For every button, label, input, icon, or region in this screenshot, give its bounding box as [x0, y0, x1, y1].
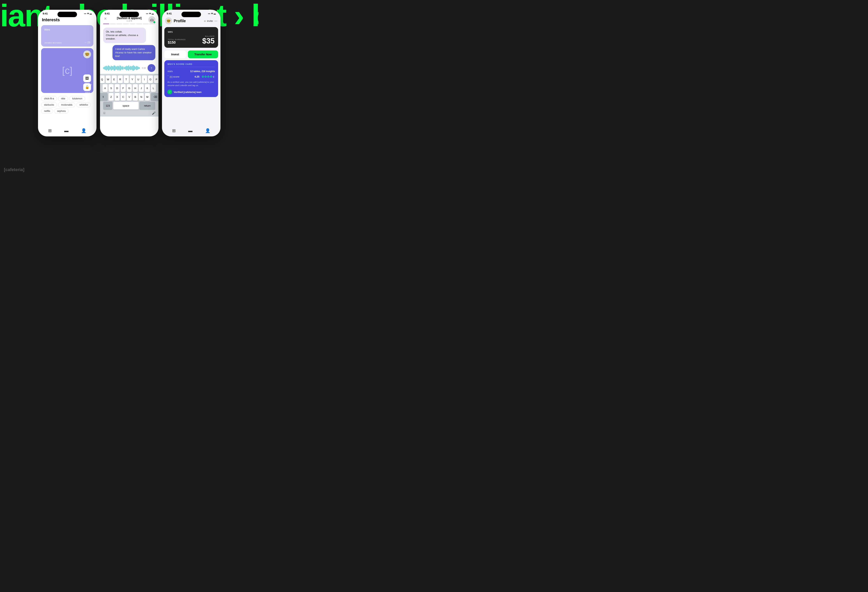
c-score-label: [c] score: [170, 75, 179, 78]
more-button[interactable]: ···: [214, 19, 217, 23]
score-card: WES'S SCORE CARD stats 12 tables, 216 in…: [164, 60, 218, 97]
status-icons-1: ▪▪▪ ≋ ▬: [84, 12, 92, 15]
progress-seg-5: [130, 24, 136, 24]
key-k[interactable]: K: [145, 84, 150, 92]
key-d[interactable]: D: [115, 84, 120, 92]
wave-24: [125, 66, 126, 70]
key-p[interactable]: P: [154, 75, 159, 83]
wifi-icon-3: ≋: [211, 12, 213, 15]
nav-icon-home-3[interactable]: ⊞: [172, 128, 176, 133]
key-delete[interactable]: ⌫: [151, 93, 158, 101]
progress-seg-1: [103, 24, 109, 24]
mic-icon[interactable]: 🎤: [152, 111, 156, 115]
signal-icon-2: ▪▪▪: [146, 12, 148, 15]
smile-icon: ☺: [204, 19, 206, 22]
wave-5: [107, 66, 108, 70]
key-u[interactable]: U: [136, 75, 141, 83]
content-card[interactable]: 🤓 [c] 🖼 screenshot 🔒 unlock: [41, 48, 93, 93]
tag-nike[interactable]: nike: [58, 96, 68, 101]
key-z[interactable]: Z: [109, 93, 114, 101]
tag-sephora[interactable]: sephora: [54, 109, 68, 113]
key-space[interactable]: space: [113, 102, 139, 109]
key-x[interactable]: X: [115, 93, 120, 101]
key-r[interactable]: R: [118, 75, 123, 83]
invite-button[interactable]: ☺ invite: [204, 19, 213, 22]
phone1-content: Interests Wes JOINED MAY2024 → 23 🤓 [c] …: [38, 16, 96, 115]
key-j[interactable]: J: [139, 84, 144, 92]
profile-title: Profile: [174, 19, 202, 23]
transfer-button[interactable]: Transfer Now: [188, 50, 218, 58]
key-return[interactable]: return: [140, 102, 155, 109]
key-e[interactable]: E: [112, 75, 117, 83]
earnings-section: TOTAL EARNINGS $150: [168, 38, 186, 45]
chat-close-button[interactable]: ✕: [104, 16, 107, 21]
key-t[interactable]: T: [124, 75, 129, 83]
battery-icon-1: ▬: [90, 12, 92, 15]
avatar-card: 🤓: [83, 50, 91, 58]
time-3: 9:41: [167, 12, 172, 15]
online-dot: [154, 21, 155, 23]
wave-3: [105, 66, 106, 70]
battery-icon-2: ▬: [152, 12, 154, 15]
nav-icon-home-1[interactable]: ⊞: [48, 128, 52, 133]
unlock-button[interactable]: 🔒: [83, 83, 91, 91]
nav-icon-profile-3[interactable]: 👤: [205, 128, 210, 133]
wave-7: [109, 66, 109, 70]
key-a[interactable]: A: [103, 84, 108, 92]
bottom-nav-3: ⊞ ▬ 👤: [162, 128, 220, 133]
audio-send-button[interactable]: ↑: [148, 64, 155, 72]
verified-text: Verified [cafeteria] teen: [174, 91, 202, 94]
bottom-nav-1: ⊞ ▬ 👤: [38, 128, 96, 133]
tag-chick-fil-a[interactable]: chick-fil-a: [41, 96, 57, 101]
key-y[interactable]: Y: [130, 75, 135, 83]
emoji-icon[interactable]: ☺: [103, 111, 106, 115]
wes-name: Wes: [44, 28, 90, 31]
star-rating: ✿ ✿ ✿ ✿ ◐: [202, 75, 215, 78]
nav-icon-middle-1[interactable]: ▬: [64, 128, 68, 133]
nav-icon-middle-3[interactable]: ▬: [188, 128, 192, 133]
key-123[interactable]: 123: [103, 102, 112, 109]
key-f[interactable]: F: [121, 84, 126, 92]
wave-23: [124, 67, 125, 69]
invest-button[interactable]: Invest: [164, 50, 186, 58]
c-score-value: 4.25: [195, 75, 199, 78]
phones-container: 9:41 ▪▪▪ ≋ ▬ Interests Wes JOINED MAY202…: [38, 10, 220, 136]
key-h[interactable]: H: [133, 84, 138, 92]
key-row-3: ⇧ Z X C V B N M ⌫: [101, 93, 158, 101]
key-o[interactable]: O: [148, 75, 153, 83]
key-w[interactable]: W: [106, 75, 111, 83]
key-v[interactable]: V: [127, 93, 132, 101]
action-buttons: Invest Transfer Now: [162, 49, 220, 60]
c-score-row[interactable]: ˅ [c] score 4.25 ✿ ✿ ✿ ✿ ◐: [167, 74, 215, 79]
key-q[interactable]: Q: [100, 75, 105, 83]
wes-arrow: → 23: [84, 41, 90, 44]
key-shift[interactable]: ⇧: [100, 93, 108, 101]
key-c[interactable]: C: [121, 93, 126, 101]
tag-whitefox[interactable]: whitefox: [77, 102, 91, 108]
time-1: 9:41: [43, 12, 48, 15]
star-half: ◐: [213, 75, 215, 78]
key-n[interactable]: N: [139, 93, 144, 101]
key-g[interactable]: G: [127, 84, 132, 92]
star-1: ✿: [202, 75, 204, 78]
wave-10: [112, 66, 112, 70]
tag-mcdonalds[interactable]: mcdonalds: [58, 102, 75, 108]
key-m[interactable]: M: [145, 93, 150, 101]
wifi-icon-1: ≋: [87, 12, 89, 15]
screenshot-button[interactable]: 🖼: [83, 74, 91, 82]
tag-netflix[interactable]: netflix: [41, 109, 53, 113]
progress-seg-2: [110, 24, 116, 24]
wes-card[interactable]: Wes JOINED MAY2024 → 23: [41, 25, 93, 47]
progress-seg-4: [123, 24, 129, 24]
interests-tags: chick-fil-a nike lululemon starbucks mcd…: [38, 94, 96, 115]
wave-4: [106, 66, 106, 71]
key-b[interactable]: B: [133, 93, 138, 101]
tag-lululemon[interactable]: lululemon: [69, 96, 85, 101]
key-i[interactable]: I: [142, 75, 147, 83]
tag-starbucks[interactable]: starbucks: [41, 102, 57, 108]
wave-31: [132, 66, 133, 71]
nav-icon-profile-1[interactable]: 👤: [81, 128, 86, 133]
key-l[interactable]: L: [151, 84, 156, 92]
key-s[interactable]: S: [109, 84, 114, 92]
balance-value: $35: [202, 37, 215, 45]
